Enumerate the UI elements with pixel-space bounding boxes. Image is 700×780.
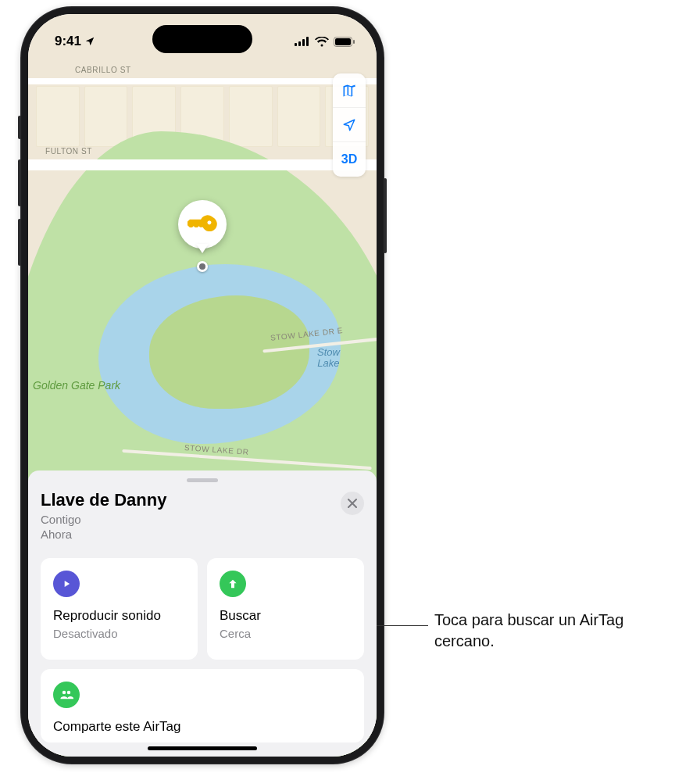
location-arrow-icon: [342, 118, 356, 132]
lake-island: [149, 295, 309, 409]
play-sound-title: Reproducir sonido: [53, 608, 185, 624]
3d-toggle-button[interactable]: 3D: [333, 142, 366, 177]
map-icon: [341, 83, 357, 98]
find-title: Buscar: [220, 608, 352, 624]
svg-rect-1: [298, 41, 301, 46]
sheet-grabber[interactable]: [187, 478, 218, 482]
play-icon: [53, 571, 80, 597]
park-label: Golden Gate Park: [33, 379, 120, 392]
find-card[interactable]: Buscar Cerca: [207, 558, 364, 660]
location-services-icon: [84, 36, 95, 47]
share-airtag-card[interactable]: Comparte este AirTag: [41, 669, 364, 742]
people-icon: [53, 682, 80, 708]
street-label-fulton: FULTON ST: [45, 147, 92, 156]
mute-switch[interactable]: [18, 116, 21, 139]
item-status: Contigo: [41, 513, 81, 526]
phone-screen: 9:41 CABRILLO ST: [28, 14, 377, 757]
lake-label: Stow Lake: [317, 347, 340, 370]
volume-down-button[interactable]: [18, 219, 21, 266]
status-time: 9:41: [55, 34, 81, 49]
cellular-icon: [295, 37, 310, 46]
play-sound-status: Desactivado: [53, 627, 185, 640]
map-controls: 3D: [333, 73, 366, 177]
wifi-icon: [315, 37, 329, 47]
share-title: Comparte este AirTag: [53, 719, 352, 735]
road: [28, 78, 377, 84]
close-button[interactable]: [341, 492, 364, 515]
find-status: Cerca: [220, 627, 352, 640]
play-sound-card[interactable]: Reproducir sonido Desactivado: [41, 558, 198, 660]
svg-rect-5: [335, 38, 351, 45]
volume-up-button[interactable]: [18, 159, 21, 206]
iphone-frame: 9:41 CABRILLO ST: [20, 6, 384, 764]
svg-rect-2: [302, 39, 305, 46]
item-detail-sheet[interactable]: Llave de Danny Contigo Ahora Reproducir …: [28, 471, 377, 757]
key-icon: [188, 209, 217, 239]
battery-icon: [334, 37, 355, 47]
callout-text: Toca para buscar un AirTag cercano.: [434, 610, 684, 652]
arrow-up-icon: [220, 571, 246, 597]
power-button[interactable]: [384, 178, 387, 253]
item-updated: Ahora: [41, 528, 72, 541]
dynamic-island: [152, 25, 252, 53]
airtag-pin[interactable]: [178, 200, 227, 249]
street-label-cabrillo: CABRILLO ST: [75, 66, 131, 74]
road: [28, 159, 377, 170]
home-indicator[interactable]: [148, 746, 257, 750]
svg-rect-3: [306, 37, 309, 46]
map-mode-button[interactable]: [333, 73, 366, 108]
svg-rect-0: [295, 43, 297, 46]
item-title: Llave de Danny: [41, 490, 166, 510]
svg-rect-6: [353, 40, 355, 44]
close-icon: [348, 499, 357, 508]
3d-label: 3D: [341, 152, 357, 166]
locate-me-button[interactable]: [333, 108, 366, 142]
